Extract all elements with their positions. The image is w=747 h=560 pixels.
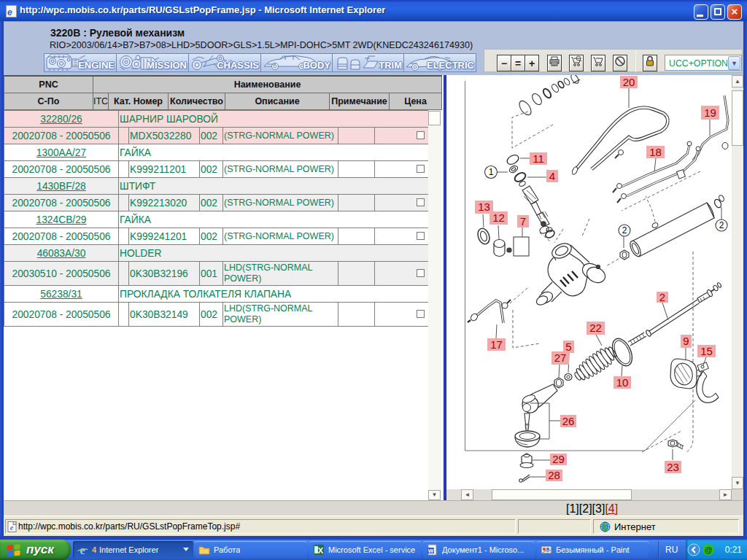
svg-text:11: 11	[533, 152, 544, 165]
svg-text:1: 1	[489, 167, 494, 177]
svg-text:27: 27	[554, 351, 567, 364]
svg-text:15: 15	[700, 345, 713, 357]
svg-text:2: 2	[622, 225, 627, 236]
svg-text:22: 22	[589, 322, 602, 334]
svg-text:W: W	[428, 548, 434, 554]
svg-text:20: 20	[623, 76, 635, 88]
svg-text:2: 2	[659, 291, 665, 303]
svg-text:@: @	[705, 545, 713, 554]
svg-text:2: 2	[719, 220, 724, 230]
svg-text:7: 7	[520, 215, 526, 228]
svg-text:13: 13	[478, 201, 490, 213]
svg-text:28: 28	[548, 469, 560, 481]
svg-text:5: 5	[565, 341, 571, 353]
svg-text:9: 9	[683, 335, 689, 347]
svg-text:23: 23	[667, 461, 679, 473]
svg-text:12: 12	[492, 211, 505, 224]
svg-text:29: 29	[552, 453, 565, 465]
svg-text:4: 4	[549, 170, 555, 182]
svg-text:e: e	[10, 524, 14, 532]
svg-text:10: 10	[616, 376, 629, 389]
svg-text:17: 17	[490, 338, 503, 351]
svg-text:19: 19	[704, 106, 716, 119]
svg-text:18: 18	[649, 146, 662, 158]
svg-text:26: 26	[562, 415, 575, 427]
svg-text:X: X	[318, 546, 324, 555]
